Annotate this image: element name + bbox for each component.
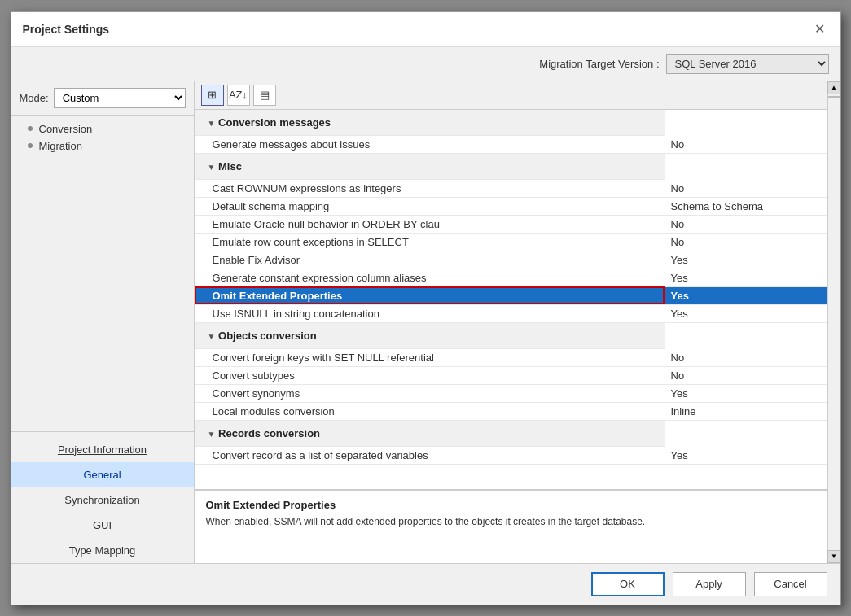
property-row[interactable]: Convert record as a list of separated va…: [195, 447, 827, 465]
section-header-conversion-messages[interactable]: ▼ Conversion messages: [195, 110, 665, 136]
property-row[interactable]: Use ISNULL in string concatenationYes: [195, 304, 827, 322]
title-bar: Project Settings ✕: [11, 12, 840, 47]
sort-az-button[interactable]: AZ↓: [227, 85, 250, 106]
property-row[interactable]: Default schema mappingSchema to Schema: [195, 197, 827, 215]
collapse-chevron[interactable]: ▼: [208, 430, 216, 439]
scroll-up-arrow[interactable]: ▲: [827, 81, 840, 94]
property-row[interactable]: Emulate row count exceptions in SELECTNo: [195, 233, 827, 251]
property-value: Inline: [665, 402, 827, 420]
section-header-records-conversion[interactable]: ▼ Records conversion: [195, 421, 665, 447]
ok-button[interactable]: OK: [591, 572, 665, 596]
collapse-chevron[interactable]: ▼: [208, 332, 216, 341]
property-value: Yes: [665, 384, 827, 402]
property-value: No: [665, 233, 827, 251]
property-name: Convert subtypes: [195, 366, 665, 384]
property-value: Yes: [665, 251, 827, 269]
property-name: Omit Extended Properties: [195, 286, 665, 304]
sidebar-item-type-mapping[interactable]: Type Mapping: [11, 538, 194, 563]
migration-target-select[interactable]: SQL Server 2016: [666, 54, 829, 74]
properties-page-button[interactable]: ▤: [253, 85, 276, 106]
property-value: No: [665, 180, 827, 198]
property-value: No: [665, 349, 827, 367]
property-row[interactable]: Cast ROWNUM expressions as integersNo: [195, 180, 827, 198]
mode-row: Mode: Custom: [11, 81, 194, 116]
property-name: Emulate Oracle null behavior in ORDER BY…: [195, 215, 665, 233]
sidebar-item-project-information[interactable]: Project Information: [11, 437, 194, 462]
dialog-footer: OK Apply Cancel: [11, 563, 840, 605]
mode-select[interactable]: Custom: [54, 88, 186, 108]
property-row[interactable]: Local modules conversionInline: [195, 402, 827, 420]
property-name: Generate constant expression column alia…: [195, 269, 665, 286]
migration-target-label: Migration Target Version :: [344, 58, 660, 70]
property-row[interactable]: Emulate Oracle null behavior in ORDER BY…: [195, 215, 827, 233]
property-row[interactable]: Convert subtypesNo: [195, 366, 827, 384]
content-area: Mode: Custom Conversion Migration Projec…: [11, 81, 840, 563]
property-name: Use ISNULL in string concatenation: [195, 304, 665, 322]
sidebar-tree-item-migration[interactable]: Migration: [11, 138, 194, 155]
properties-table[interactable]: ▼ Conversion messagesGenerate messages a…: [195, 110, 827, 490]
property-value: Yes: [665, 269, 827, 286]
sidebar-item-synchronization[interactable]: Synchronization: [11, 487, 194, 513]
collapse-chevron[interactable]: ▼: [208, 163, 216, 172]
section-header-misc[interactable]: ▼ Misc: [195, 154, 665, 180]
main-panel: ⊞ AZ↓ ▤ ▼ Conversion messagesGenerate me…: [195, 81, 827, 563]
top-bar: Migration Target Version : SQL Server 20…: [11, 47, 840, 81]
scroll-down-arrow[interactable]: ▼: [827, 550, 840, 563]
property-value: No: [665, 136, 827, 154]
property-value: Yes: [665, 286, 827, 304]
description-panel: Omit Extended Properties When enabled, S…: [195, 490, 827, 563]
properties-toolbar: ⊞ AZ↓ ▤: [195, 81, 827, 110]
property-name: Local modules conversion: [195, 402, 665, 420]
sidebar-item-gui[interactable]: GUI: [11, 513, 194, 538]
property-value: Yes: [665, 304, 827, 322]
property-value: Schema to Schema: [665, 197, 827, 215]
property-name: Generate messages about issues: [195, 136, 665, 154]
property-name: Convert foreign keys with SET NULL refer…: [195, 349, 665, 367]
section-header-objects-conversion[interactable]: ▼ Objects conversion: [195, 323, 665, 349]
sidebar-tree-item-conversion[interactable]: Conversion: [11, 120, 194, 138]
property-name: Convert synonyms: [195, 384, 665, 402]
cancel-button[interactable]: Cancel: [754, 572, 827, 596]
property-row[interactable]: Enable Fix AdvisorYes: [195, 251, 827, 269]
scroll-thumb[interactable]: [828, 96, 840, 98]
property-row[interactable]: Omit Extended PropertiesYes: [195, 286, 827, 304]
categorized-view-button[interactable]: ⊞: [201, 85, 224, 106]
property-name: Default schema mapping: [195, 197, 665, 215]
description-text: When enabled, SSMA will not add extended…: [206, 514, 816, 529]
apply-button[interactable]: Apply: [673, 572, 746, 596]
sidebar-item-general[interactable]: General: [11, 462, 194, 487]
description-title: Omit Extended Properties: [206, 499, 816, 511]
project-settings-dialog: Project Settings ✕ Migration Target Vers…: [11, 11, 841, 605]
property-row[interactable]: Convert synonymsYes: [195, 384, 827, 402]
property-row[interactable]: Generate constant expression column alia…: [195, 269, 827, 286]
sidebar-divider: [11, 431, 194, 432]
tree-dot-icon: [28, 126, 33, 131]
property-value: No: [665, 215, 827, 233]
property-value: Yes: [665, 447, 827, 465]
property-name: Emulate row count exceptions in SELECT: [195, 233, 665, 251]
tree-dot-icon: [28, 143, 33, 148]
mode-label: Mode:: [20, 92, 49, 104]
property-name: Convert record as a list of separated va…: [195, 447, 665, 465]
dialog-title: Project Settings: [23, 23, 110, 36]
sidebar-tree: Conversion Migration: [11, 116, 194, 426]
property-row[interactable]: Generate messages about issuesNo: [195, 136, 827, 154]
scrollbar[interactable]: ▲ ▼: [827, 81, 840, 563]
property-name: Enable Fix Advisor: [195, 251, 665, 269]
collapse-chevron[interactable]: ▼: [208, 119, 216, 128]
property-value: No: [665, 366, 827, 384]
sidebar: Mode: Custom Conversion Migration Projec…: [11, 81, 195, 563]
property-name: Cast ROWNUM expressions as integers: [195, 180, 665, 198]
close-button[interactable]: ✕: [811, 20, 829, 38]
property-row[interactable]: Convert foreign keys with SET NULL refer…: [195, 349, 827, 367]
